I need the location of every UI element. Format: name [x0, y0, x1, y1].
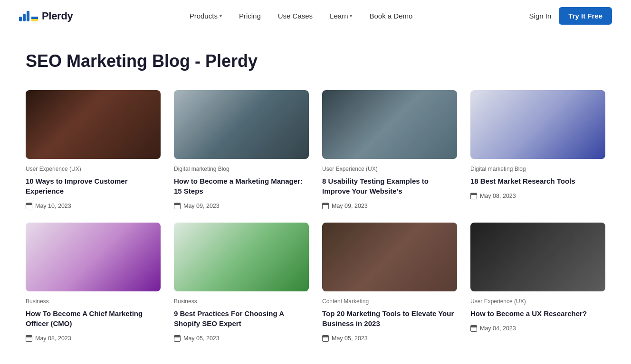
card-image-3 [322, 90, 457, 159]
logo-icon [19, 11, 38, 21]
card-category-6: Business [174, 298, 309, 305]
blog-card-3[interactable]: User Experience (UX) 8 Usability Testing… [322, 90, 457, 209]
logo-link[interactable]: Plerdy [19, 10, 73, 22]
card-date-1: May 10, 2023 [26, 203, 161, 209]
calendar-icon [26, 335, 32, 342]
main-content: SEO Marketing Blog - Plerdy User Experie… [7, 32, 624, 364]
card-date-7: May 05, 2023 [322, 335, 457, 342]
card-title-6: 9 Best Practices For Choosing A Shopify … [174, 308, 309, 328]
logo-bar-3 [27, 11, 29, 21]
blog-card-6[interactable]: Business 9 Best Practices For Choosing A… [174, 223, 309, 342]
card-title-2: How to Become a Marketing Manager: 15 St… [174, 176, 309, 196]
nav-learn[interactable]: Learn ▾ [321, 0, 361, 32]
chevron-down-icon: ▾ [220, 13, 222, 19]
card-category-7: Content Marketing [322, 298, 457, 305]
logo-bar-2 [23, 14, 26, 21]
card-category-5: Business [26, 298, 161, 305]
card-date-6: May 05, 2023 [174, 335, 309, 342]
calendar-icon [470, 193, 477, 199]
sign-in-link[interactable]: Sign In [529, 12, 552, 20]
blog-card-2[interactable]: Digital marketing Blog How to Become a M… [174, 90, 309, 209]
card-date-8: May 04, 2023 [470, 325, 605, 332]
blog-card-7[interactable]: Content Marketing Top 20 Marketing Tools… [322, 223, 457, 342]
nav-book-demo[interactable]: Book a Demo [361, 0, 421, 32]
navigation: Plerdy Products ▾ Pricing Use Cases Lear… [0, 0, 631, 32]
card-title-4: 18 Best Market Research Tools [470, 176, 605, 186]
logo-bar-1 [19, 17, 22, 21]
blog-card-1[interactable]: User Experience (UX) 10 Ways to Improve … [26, 90, 161, 209]
card-date-3: May 09, 2023 [322, 203, 457, 209]
blog-grid: User Experience (UX) 10 Ways to Improve … [26, 90, 605, 342]
card-image-7 [322, 223, 457, 291]
nav-actions: Sign In Try It Free [529, 7, 612, 25]
card-image-1 [26, 90, 161, 159]
card-image-2 [174, 90, 309, 159]
card-date-5: May 08, 2023 [26, 335, 161, 342]
card-category-3: User Experience (UX) [322, 166, 457, 172]
blog-card-8[interactable]: User Experience (UX) How to Become a UX … [470, 223, 605, 342]
logo-flag [31, 17, 38, 21]
card-date-4: May 08, 2023 [470, 193, 605, 199]
card-title-3: 8 Usability Testing Examples to Improve … [322, 176, 457, 196]
card-image-8 [470, 223, 605, 291]
blog-card-5[interactable]: Business How To Become A Chief Marketing… [26, 223, 161, 342]
calendar-icon [470, 325, 477, 332]
nav-use-cases[interactable]: Use Cases [269, 0, 321, 32]
logo-text: Plerdy [42, 10, 73, 22]
page-title: SEO Marketing Blog - Plerdy [26, 51, 605, 71]
card-title-8: How to Become a UX Researcher? [470, 308, 605, 318]
card-image-5 [26, 223, 161, 291]
card-category-8: User Experience (UX) [470, 298, 605, 305]
nav-pricing[interactable]: Pricing [230, 0, 269, 32]
card-category-2: Digital marketing Blog [174, 166, 309, 172]
card-title-5: How To Become A Chief Marketing Officer … [26, 308, 161, 328]
nav-products[interactable]: Products ▾ [181, 0, 230, 32]
calendar-icon [322, 203, 329, 209]
card-date-2: May 09, 2023 [174, 203, 309, 209]
calendar-icon [26, 203, 32, 209]
nav-links: Products ▾ Pricing Use Cases Learn ▾ Boo… [181, 0, 421, 32]
card-title-7: Top 20 Marketing Tools to Elevate Your B… [322, 308, 457, 328]
try-free-button[interactable]: Try It Free [559, 7, 612, 25]
card-title-1: 10 Ways to Improve Customer Experience [26, 176, 161, 196]
calendar-icon [322, 335, 329, 342]
blog-card-4[interactable]: Digital marketing Blog 18 Best Market Re… [470, 90, 605, 209]
card-category-4: Digital marketing Blog [470, 166, 605, 172]
chevron-down-icon: ▾ [350, 13, 352, 19]
card-category-1: User Experience (UX) [26, 166, 161, 172]
card-image-4 [470, 90, 605, 159]
card-image-6 [174, 223, 309, 291]
calendar-icon [174, 203, 181, 209]
calendar-icon [174, 335, 181, 342]
